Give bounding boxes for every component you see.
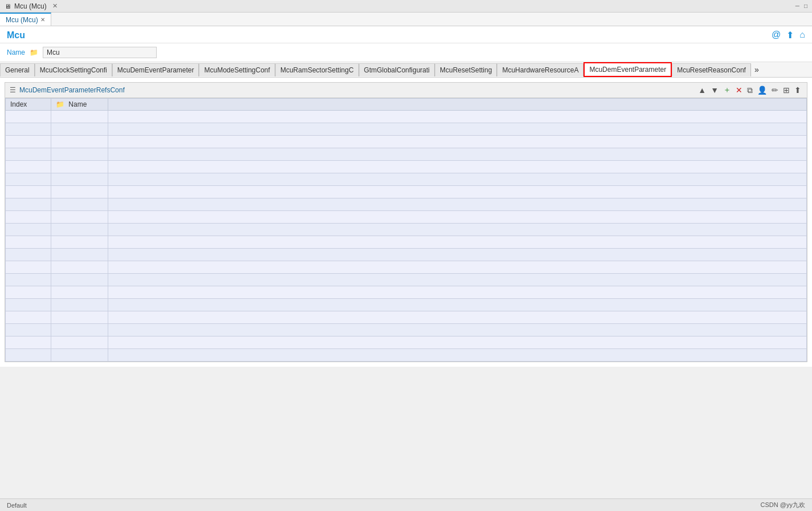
cell-name [51,274,108,286]
cell-name [51,236,108,249]
table-header-left: ☰ McuDemEventParameterRefsConf [10,86,125,94]
table-view-button[interactable]: ⊞ [782,86,791,95]
cell-rest [108,299,807,311]
user-button[interactable]: 👤 [756,86,768,95]
table-row[interactable] [6,161,807,173]
status-right: CSDN @yy九欢 [761,501,805,509]
cell-rest [108,173,807,186]
cell-index [6,324,51,336]
cell-rest [108,236,807,249]
table-row[interactable] [6,186,807,198]
cell-index [6,249,51,261]
editor-tab-mcu[interactable]: Mcu (Mcu) ✕ [0,13,51,26]
table-row[interactable] [6,336,807,349]
table-row[interactable] [6,349,807,362]
name-label: Name [7,48,25,56]
home-up-icon[interactable]: ⬆ [786,30,794,40]
cell-name [51,224,108,236]
title-bar-close[interactable]: ✕ [52,2,58,10]
table-row[interactable] [6,274,807,286]
tab-mcuhardware[interactable]: McuHardwareResourceA [497,63,584,76]
tab-mcudemevent-2[interactable]: McuDemEventParameter [584,62,672,77]
cell-rest [108,111,807,123]
cell-index [6,299,51,311]
tab-mcuramsector[interactable]: McuRamSectorSettingC [275,63,359,76]
cell-index [6,349,51,362]
table-row[interactable] [6,173,807,186]
name-value[interactable]: Mcu [43,47,157,58]
table-row[interactable] [6,299,807,311]
cell-name [51,173,108,186]
cell-index [6,123,51,136]
export-button[interactable]: ⬆ [793,86,802,95]
main-content: General McuClockSettingConfi McuDemEvent… [0,62,812,367]
table-row[interactable] [6,324,807,336]
tab-gtmglobal[interactable]: GtmGlobalConfigurati [359,63,435,76]
table-title[interactable]: McuDemEventParameterRefsConf [19,86,125,94]
cell-name [51,286,108,299]
cell-name [51,123,108,136]
cell-index [6,136,51,148]
copy-button[interactable]: ⧉ [746,86,754,95]
table-row[interactable] [6,136,807,148]
editor-tab-close[interactable]: ✕ [40,17,45,23]
editor-tab-label: Mcu (Mcu) [6,16,38,24]
cell-name [51,111,108,123]
tab-mcuresetsetting[interactable]: McuResetSetting [435,63,497,76]
title-bar-left: 🖥 Mcu (Mcu) ✕ [5,2,58,10]
table-row[interactable] [6,148,807,161]
add-button[interactable]: ＋ [722,85,732,95]
cell-index [6,148,51,161]
cell-rest [108,123,807,136]
top-bar: Mcu @ ⬆ ⌂ [0,26,812,43]
cell-rest [108,224,807,236]
move-down-button[interactable]: ▼ [709,86,720,95]
maximize-button[interactable]: □ [804,3,807,9]
table-toolbar: ▲ ▼ ＋ ✕ ⧉ 👤 ✏ ⊞ ⬆ [697,85,802,95]
at-icon[interactable]: @ [772,30,781,40]
cell-index [6,111,51,123]
tab-more-button[interactable]: » [751,63,762,76]
table-row[interactable] [6,236,807,249]
cell-name [51,211,108,224]
cell-index [6,261,51,274]
folder-icon: 📁 [30,48,38,56]
cell-rest [108,161,807,173]
cell-rest [108,349,807,362]
tab-mcuclocksetting[interactable]: McuClockSettingConfi [35,63,112,76]
table-row[interactable] [6,286,807,299]
name-col-icon: 📁 [56,100,64,108]
tab-mcuresetreason[interactable]: McuResetReasonConf [672,63,751,76]
cell-name [51,324,108,336]
move-up-button[interactable]: ▲ [697,86,707,95]
cell-name [51,198,108,211]
cell-rest [108,186,807,198]
table-row[interactable] [6,224,807,236]
cell-rest [108,274,807,286]
cell-index [6,211,51,224]
table-row[interactable] [6,261,807,274]
table-row[interactable] [6,249,807,261]
home-icon[interactable]: ⌂ [799,30,805,40]
tab-mcudemevent-1[interactable]: McuDemEventParameter [112,63,199,76]
remove-button[interactable]: ✕ [735,86,744,95]
minimize-button[interactable]: ─ [795,3,799,9]
table-row[interactable] [6,211,807,224]
table-row[interactable] [6,123,807,136]
editor-tab-bar: Mcu (Mcu) ✕ [0,13,812,26]
cell-index [6,286,51,299]
tabs-container: General McuClockSettingConfi McuDemEvent… [0,62,812,78]
cell-rest [108,249,807,261]
cell-rest [108,211,807,224]
table-row[interactable] [6,311,807,324]
cell-name [51,311,108,324]
cell-rest [108,286,807,299]
tab-mcumodesetting[interactable]: McuModeSettingConf [199,63,275,76]
table-row[interactable] [6,111,807,123]
table-row[interactable] [6,198,807,211]
cell-rest [108,311,807,324]
edit-button[interactable]: ✏ [770,86,780,95]
app-icon: 🖥 [5,3,11,10]
tab-general[interactable]: General [0,63,35,76]
cell-rest [108,336,807,349]
